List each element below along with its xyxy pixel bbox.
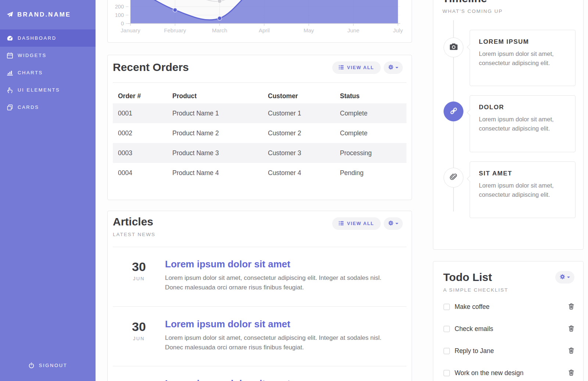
timeline-dot [444,38,463,57]
sidebar-item-ui-elements[interactable]: UI ELEMENTS [0,81,96,99]
delete-todo-button[interactable] [568,325,574,333]
table-row: 0001 Product Name 1 Customer 1 Complete [113,103,406,123]
article-date: 30 JUN [113,318,165,366]
todo-label: Check emails [455,325,493,333]
sidebar-item-cards[interactable]: CARDS [0,99,96,116]
gear-icon [388,220,394,227]
view-all-label: VIEW ALL [347,221,374,226]
col-header-product: Product [167,89,263,103]
todo-checkbox[interactable] [444,304,450,310]
chevron-down-icon [395,223,398,224]
svg-text:200: 200 [115,4,124,10]
cell-status: Pending [335,163,406,183]
settings-dropdown-button[interactable] [384,61,403,74]
signout-button[interactable]: SIGNOUT [0,362,96,368]
article-day: 30 [113,260,165,274]
cell-order-number: 0001 [113,103,167,123]
sidebar: BRAND.NAME DASHBOARD WIDGETS CHARTS [0,0,96,381]
recent-orders-actions: VIEW ALL [332,61,403,74]
article-title-link[interactable]: Lorem ipsum dolor sit amet [165,318,290,330]
sidebar-item-charts[interactable]: CHARTS [0,64,96,81]
cell-status: Complete [335,123,406,143]
gear-icon [388,64,394,71]
sidebar-item-label: UI ELEMENTS [18,87,60,93]
link-icon [449,107,458,117]
view-all-label: VIEW ALL [347,65,374,70]
paperclip-icon [449,173,458,183]
view-all-button[interactable]: VIEW ALL [332,217,381,230]
bar-chart-icon [7,70,13,76]
sidebar-item-widgets[interactable]: WIDGETS [0,47,96,64]
brand[interactable]: BRAND.NAME [0,0,96,29]
todo-checkbox[interactable] [444,326,450,332]
cell-product: Product Name 3 [167,143,263,163]
delete-todo-button[interactable] [568,303,574,311]
chart-card: 0100200300JanuaryFebruaryMarchAprilMayJu… [107,0,412,43]
todo-label: Work on the new design [455,369,523,377]
sidebar-item-label: CARDS [18,104,39,110]
cell-status: Processing [335,143,406,163]
orders-table: Order # Product Customer Status 0001 Pro… [113,89,406,183]
delete-todo-button[interactable] [568,347,574,355]
timeline-subtitle: WHAT'S COMING UP [442,8,574,14]
dashboard-page: BRAND.NAME DASHBOARD WIDGETS CHARTS [0,0,588,381]
sidebar-nav: DASHBOARD WIDGETS CHARTS UI ELEMENTS [0,29,96,116]
list-icon [339,65,344,71]
article-title-link[interactable]: Lorem ipsum dolor sit amet [165,378,290,381]
svg-text:July: July [393,27,403,33]
todo-item: Work on the new design [444,362,574,381]
todo-label: Reply to Jane [455,347,494,355]
line-chart: 0100200300JanuaryFebruaryMarchAprilMayJu… [108,0,412,42]
brand-name: BRAND.NAME [17,11,71,18]
timeline-item: DOLOR Lorem ipsum dolor sit amet, consec… [470,95,576,152]
article-entry: 30 JUN Lorem ipsum dolor sit amet Lorem … [113,366,406,381]
timeline-item: LOREM IPSUM Lorem ipsum dolor sit amet, … [470,30,576,86]
recent-orders-card: Recent Orders VIEW ALL Order # Product [107,55,412,200]
todo-checkbox[interactable] [444,370,450,376]
cell-product: Product Name 2 [167,123,263,143]
gear-icon [560,274,565,281]
timeline-item-title: LOREM IPSUM [479,38,566,46]
article-entry: 30 JUN Lorem ipsum dolor sit amet Lorem … [113,247,406,306]
timeline-dot [444,168,463,188]
svg-text:100: 100 [115,12,124,18]
article-list: 30 JUN Lorem ipsum dolor sit amet Lorem … [113,247,406,381]
timeline-item-body: Lorem ipsum dolor sit amet, consectetur … [479,49,566,68]
chevron-down-icon [567,277,570,278]
svg-text:March: March [212,27,227,33]
svg-text:300: 300 [115,0,124,1]
power-icon [28,362,35,368]
articles-card: Articles LATEST NEWS VIEW ALL 30 [107,211,412,381]
article-entry: 30 JUN Lorem ipsum dolor sit amet Lorem … [113,306,406,366]
article-body: Lorem ipsum dolor sit amet, consectetur … [165,333,397,353]
todo-list: Make coffee Check emails Reply t [444,296,574,381]
svg-text:May: May [304,27,314,33]
recent-orders-title: Recent Orders [113,61,189,74]
todo-checkbox[interactable] [444,348,450,354]
timeline-title: Timeline [442,0,574,5]
cell-customer: Customer 2 [263,123,335,143]
settings-dropdown-button[interactable] [555,271,574,284]
cell-status: Complete [335,103,406,123]
cell-customer: Customer 1 [263,103,335,123]
trash-icon [568,303,574,311]
sidebar-item-dashboard[interactable]: DASHBOARD [0,29,96,47]
todo-subtitle: A SIMPLE CHECKLIST [443,287,573,293]
delete-todo-button[interactable] [568,369,574,377]
svg-text:0: 0 [121,21,124,26]
cell-customer: Customer 3 [263,143,335,163]
settings-dropdown-button[interactable] [384,217,403,230]
timeline-item: SIT AMET Lorem ipsum dolor sit amet, con… [470,161,576,218]
timeline-dot [444,102,463,121]
gauge-icon [7,35,13,42]
todo-label: Make coffee [455,303,490,311]
cell-product: Product Name 4 [167,163,263,183]
signout-label: SIGNOUT [39,363,67,368]
col-header-order: Order # [113,89,167,103]
article-title-link[interactable]: Lorem ipsum dolor sit amet [165,259,290,270]
svg-text:January: January [121,27,140,33]
chevron-down-icon [395,67,398,68]
view-all-button[interactable]: VIEW ALL [332,61,381,74]
article-date: 30 JUN [113,378,165,381]
divider [113,82,406,83]
